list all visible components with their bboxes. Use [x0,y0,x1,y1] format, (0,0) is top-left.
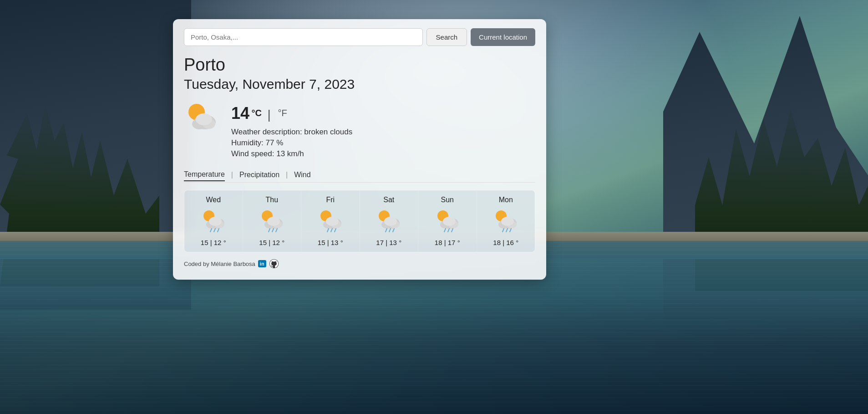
weather-description: Weather description: broken clouds [231,128,352,137]
forecast-day-name: Sat [383,196,394,204]
svg-point-49 [501,217,514,226]
svg-point-4 [196,113,212,125]
toggle-row: Temperature | Precipitation | Wind [184,169,535,183]
temp-separator: | [267,107,274,122]
forecast-icon [434,208,461,235]
current-weather-icon [184,100,220,134]
toggle-sep-2: | [286,171,288,179]
forecast-temp: 15 | 12 ° [201,239,226,246]
svg-line-18 [269,229,270,232]
svg-line-44 [452,229,453,232]
svg-line-36 [393,229,394,232]
svg-line-51 [506,229,508,232]
github-icon[interactable] [269,259,279,269]
wind-speed: Wind speed: 13 km/h [231,149,352,158]
forecast-day-thu: Thu 15 | 12 ° [243,190,302,252]
forecast-temp: 17 | 13 ° [376,239,401,246]
forecast-icon [200,208,227,235]
svg-line-43 [448,229,449,232]
forecast-temp: 18 | 16 ° [493,239,518,246]
temp-celsius-unit: °C [252,108,262,118]
forecast-day-name: Sun [441,196,454,204]
city-name: Porto [184,55,535,75]
current-location-button[interactable]: Current location [471,28,535,46]
toggle-temperature[interactable]: Temperature [184,169,225,181]
forecast-day-mon: Mon 18 | 16 ° [477,190,535,252]
svg-line-42 [444,229,446,232]
svg-line-10 [210,229,212,232]
svg-line-19 [272,229,274,232]
svg-line-27 [331,229,332,232]
svg-line-11 [214,229,215,232]
svg-point-9 [209,217,222,226]
weather-card: Search Current location Porto Tuesday, N… [173,19,546,280]
forecast-day-name: Fri [326,196,335,204]
forecast-icon [317,208,344,235]
forecast-icon [492,208,519,235]
search-input[interactable] [184,28,423,46]
current-weather: 14 °C | °F Weather description: broken c… [184,100,535,160]
toggle-precipitation[interactable]: Precipitation [239,169,279,181]
forecast-icon [258,208,285,235]
svg-line-20 [276,229,277,232]
svg-point-17 [267,217,280,226]
svg-line-50 [503,229,504,232]
toggle-wind[interactable]: Wind [294,169,310,181]
svg-line-26 [327,229,329,232]
weather-details: Weather description: broken clouds Humid… [231,125,352,160]
temp-fahrenheit-unit: °F [278,108,287,118]
svg-point-25 [326,217,339,226]
svg-point-33 [384,217,397,226]
search-row: Search Current location [184,28,535,46]
temperature-display: 14 °C | °F [231,104,352,123]
forecast-day-name: Thu [265,196,278,204]
footer: Coded by Mélanie Barbosa in [184,259,535,269]
humidity: Humidity: 77 % [231,138,352,148]
forecast-temp: 15 | 12 ° [259,239,284,246]
forecast-day-name: Wed [206,196,221,204]
forecast-row: Wed 15 | 12 °Thu [184,190,535,252]
forecast-day-sat: Sat 17 | 13 ° [360,190,419,252]
temp-celsius-value: 14 [231,104,249,123]
forecast-temp: 18 | 17 ° [435,239,460,246]
linkedin-icon[interactable]: in [258,260,266,267]
svg-line-52 [510,229,511,232]
forecast-day-sun: Sun 18 | 17 ° [418,190,477,252]
search-button[interactable]: Search [426,28,467,46]
forecast-day-wed: Wed 15 | 12 ° [184,190,243,252]
svg-line-35 [389,229,391,232]
date-text: Tuesday, November 7, 2023 [184,77,535,92]
svg-point-41 [443,217,456,226]
svg-line-34 [386,229,387,232]
svg-line-12 [218,229,219,232]
forecast-icon [375,208,402,235]
toggle-sep-1: | [231,171,233,179]
forecast-day-fri: Fri 15 | 13 ° [301,190,360,252]
forecast-day-name: Mon [499,196,513,204]
footer-text: Coded by Mélanie Barbosa [184,261,255,267]
forecast-temp: 15 | 13 ° [318,239,343,246]
svg-line-28 [335,229,336,232]
